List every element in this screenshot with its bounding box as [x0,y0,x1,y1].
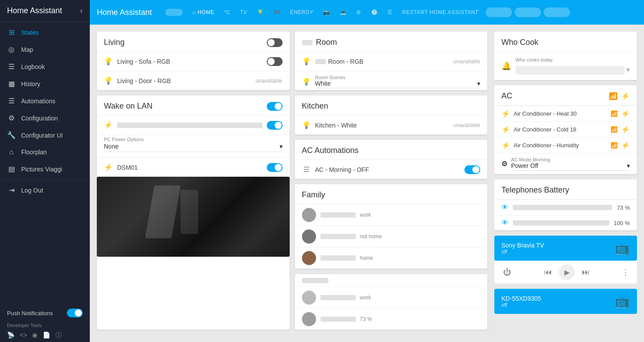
who-cook-select[interactable]: ▾ [515,64,630,75]
sidebar-item-states[interactable]: ⊞ States [0,24,90,41]
chevron-down-icon: ▾ [280,143,283,150]
nav-light[interactable]: 💡 [253,7,269,18]
sidebar-item-label: Configurator UI [21,132,63,139]
extra-person-row3: 73 % [295,308,488,330]
sidebar-item-logout[interactable]: ⇥ Log Out [0,182,90,199]
wan-row1: ⚡ [97,115,290,135]
wifi-icon[interactable]: ◉ [32,331,37,339]
ac-automations-title: AC Automations [302,146,359,155]
bulb-icon: 💡 [302,77,311,86]
dsm01-toggle[interactable] [267,163,283,172]
chevron-down-icon: ▾ [477,80,480,87]
nav-home[interactable]: ⌂ HOME [188,7,219,18]
nav-temp[interactable]: °C [220,7,235,18]
broadcast-icon[interactable]: 📡 [7,331,15,339]
extra-person-row [295,274,488,287]
next-button[interactable]: ⏭ [580,266,592,279]
room-rgb-status: unavailable [453,58,480,65]
nav-monitor[interactable]: 💻 [335,7,351,18]
living-card-title: Living [104,38,125,47]
who-cook-sub-label: Who cooks today [515,57,630,62]
sidebar-item-floorplan[interactable]: ⌂ Floorplan [0,144,90,160]
pictures-icon: ▤ [7,165,16,173]
pc-power-options-row: PC Power Options None ▾ [97,135,290,157]
who-cook-content: Who cooks today ▾ [515,57,630,75]
logout-icon: ⇥ [7,186,16,194]
sidebar-item-automations[interactable]: ☰ Automations [0,92,90,109]
living-door-row: 💡 Living - Door - RGB unavailable [97,71,290,90]
nav-game[interactable]: 🎮 [269,7,285,18]
wake-on-lan-toggle[interactable] [267,102,283,111]
play-button[interactable]: ▶ [559,264,575,280]
bulb-icon: 💡 [257,9,264,15]
developer-tools-label: Developer Tools [0,321,90,329]
info-icon[interactable]: ⓘ [55,331,62,339]
phone-row-2: 👁 100 % [494,215,637,230]
sidebar-item-configuration[interactable]: ⚙ Configuration [0,109,90,127]
ac-wifi-icon: 📶 [609,92,618,100]
nav-clock[interactable]: 🕐 [367,7,383,18]
living-card-toggle[interactable] [267,38,283,47]
cards-area: Living 💡 Living - Sofa - RGB 💡 Living - … [90,25,494,342]
wake-on-lan-title: Wake on LAN [104,102,152,111]
ac-morning-toggle[interactable] [464,165,480,174]
kitchen-white-status: unavailable [453,122,480,128]
history-icon: ▦ [7,80,16,88]
sidebar-collapse-button[interactable]: ‹ [80,6,83,15]
bulb-icon: 💡 [104,76,113,85]
phone-pct-1: 73 % [617,204,630,211]
sidebar-item-history[interactable]: ▦ History [0,75,90,92]
ac-morning-row: ☰ AC - Morning - OFF [295,160,488,179]
ac-mode-select[interactable]: Power Off ▾ [511,162,630,171]
dsm01-row: ⚡ DSM01 [97,157,290,177]
ac-wifi-off-icon: 📶 [611,110,618,117]
nav-blurred-4 [544,7,570,17]
file-icon[interactable]: 📄 [43,331,50,339]
avatar [302,251,316,265]
sidebar-item-label: Automations [21,98,55,105]
right-panel: Who Cook 🔔 Who cooks today ▾ AC [494,25,644,342]
nav-menu[interactable]: ☰ [383,7,397,18]
chevron-down-icon: ▾ [627,162,630,169]
sidebar-item-label: Map [21,46,33,53]
power-button[interactable]: ⏻ [501,266,513,279]
sidebar-item-label: States [21,29,39,36]
nav-camera[interactable]: 📷 [319,7,335,18]
family-card-title: Family [302,190,325,200]
clock-icon: 🕐 [371,9,378,15]
nav-tv[interactable]: TV [236,7,251,18]
more-button[interactable]: ⋮ [621,267,630,277]
sony-tv-section: Sony Bravia TV off 📺 ⏻ ⏮ ▶ ⏭ ⋮ [494,236,637,284]
who-cook-panel: Who Cook 🔔 Who cooks today ▾ [494,32,637,80]
sony-tv-title: Sony Bravia TV [501,242,544,249]
family-member-3: home [295,247,488,269]
kd-model: KD-55XD9305 [501,295,541,302]
nav-settings[interactable]: ⚙ [352,7,366,18]
sidebar-item-map[interactable]: ◎ Map [0,41,90,58]
eye-icon: 👁 [501,204,508,211]
sidebar-item-pictures-viaggi[interactable]: ▤ Pictures Viaggi [0,160,90,178]
sidebar-nav: ⊞ States ◎ Map ☰ Logbook ▦ History ☰ Aut… [0,22,90,305]
kitchen-card-header: Kitchen [295,95,488,115]
sidebar-item-configurator-ui[interactable]: 🔧 Configurator UI [0,127,90,144]
ac-cold-row: ⚡ Air Conditioner - Cold 18 📶 ⚡ [494,121,637,137]
nav-energy[interactable]: ENERGY [286,7,318,18]
nav-blurred-1[interactable] [161,6,187,18]
sidebar-item-logbook[interactable]: ☰ Logbook [0,58,90,75]
wan-device-name [117,123,262,128]
code-icon[interactable]: <> [20,331,27,339]
pc-power-options-value: None [104,143,118,150]
family-member-1: work [295,204,488,226]
map-icon: ◎ [7,45,16,54]
ac-mode-row: ⚙ AC Mode Morning Power Off ▾ [494,153,637,174]
living-sofa-toggle[interactable] [267,57,283,66]
pc-power-options-select[interactable]: None ▾ [104,143,283,152]
prev-button[interactable]: ⏮ [542,266,554,279]
room-scenes-select[interactable]: White ▾ [315,80,481,88]
phone-name-1 [513,205,612,210]
wan-device-toggle[interactable] [267,121,283,130]
ac-power-icon: ⚡ [621,141,630,149]
nav-restart[interactable]: RESTART HOME ASSISTANT [398,7,483,18]
push-notifications-toggle[interactable] [67,309,83,317]
sidebar-header: Home Assistant ‹ [0,0,90,22]
